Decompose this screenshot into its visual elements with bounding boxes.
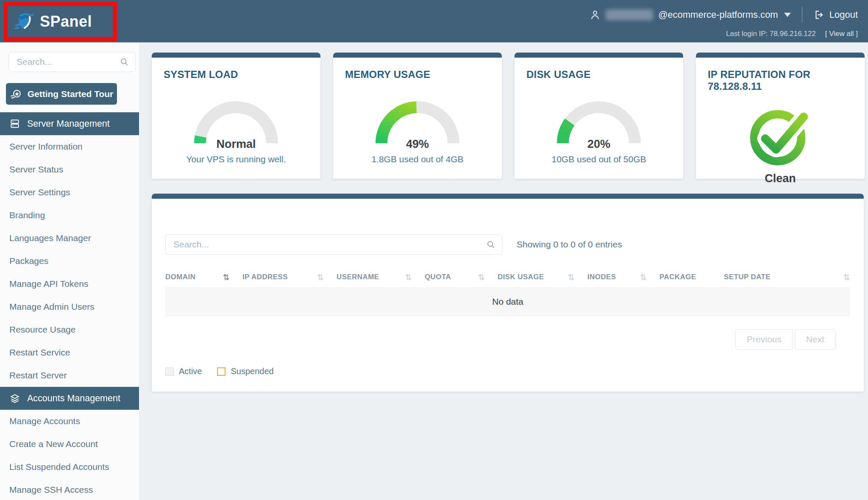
- column-label: DOMAIN: [165, 273, 195, 281]
- pagination: Previous Next: [165, 329, 850, 350]
- legend-active: Active: [165, 367, 202, 376]
- sidebar-item-languages-manager[interactable]: Languages Manager: [0, 227, 144, 250]
- server-icon: [9, 118, 20, 129]
- brand-logo[interactable]: SPanel: [3, 2, 117, 41]
- sort-icon[interactable]: ⇅: [568, 272, 575, 282]
- section-label: Accounts Management: [27, 393, 120, 404]
- column-header-username[interactable]: USERNAME ⇅: [337, 272, 425, 282]
- sidebar-scrollbar-track[interactable]: [139, 42, 144, 500]
- sidebar-item-manage-accounts[interactable]: Manage Accounts: [0, 410, 144, 433]
- ip-reputation-card: IP REPUTATION FOR 78.128.8.11 Clean: [696, 53, 865, 179]
- sidebar-item-server-settings[interactable]: Server Settings: [0, 181, 144, 204]
- system-load-status: Normal: [187, 138, 285, 151]
- legend-label: Suspended: [231, 367, 273, 376]
- item-label: List Suspended Accounts: [9, 462, 109, 472]
- header-divider: [802, 7, 802, 23]
- item-label: Server Settings: [9, 187, 70, 197]
- legend-label: Active: [179, 367, 202, 376]
- sort-icon[interactable]: ⇅: [478, 272, 485, 282]
- column-label: IP ADDRESS: [242, 273, 288, 281]
- table-header-row: DOMAIN ⇅ IP ADDRESS ⇅ USERNAME ⇅ QUOTA ⇅…: [165, 267, 850, 287]
- column-label: USERNAME: [337, 273, 379, 281]
- view-all-link[interactable]: [ View all ]: [825, 30, 858, 38]
- disk-usage-subtitle: 10GB used out of 50GB: [526, 154, 671, 164]
- sidebar-item-manage-admin-users[interactable]: Manage Admin Users: [0, 295, 144, 318]
- tour-button-label: Getting Started Tour: [28, 89, 114, 99]
- legend-suspended: Suspended: [217, 367, 273, 376]
- card-title: SYSTEM LOAD: [164, 69, 309, 81]
- item-label: Manage API Tokens: [9, 279, 88, 289]
- sidebar-section-server-management[interactable]: Server Management: [0, 112, 144, 135]
- column-label: INODES: [587, 273, 616, 281]
- disk-usage-card: DISK USAGE 20% 10GB used out of 50GB: [515, 53, 683, 179]
- search-icon: [120, 57, 129, 67]
- sidebar-item-manage-ssh-access[interactable]: Manage SSH Access: [0, 478, 144, 500]
- sidebar-item-server-status[interactable]: Server Status: [0, 158, 144, 181]
- column-header-setup-date[interactable]: SETUP DATE ⇅: [724, 272, 850, 282]
- card-title: IP REPUTATION FOR 78.128.8.11: [708, 69, 853, 92]
- sort-icon[interactable]: ⇅: [843, 272, 850, 282]
- accounts-table-panel: Showing 0 to 0 of 0 entries DOMAIN ⇅ IP …: [152, 194, 864, 392]
- memory-usage-subtitle: 1.8GB used out of 4GB: [345, 154, 490, 164]
- sidebar-item-manage-api-tokens[interactable]: Manage API Tokens: [0, 272, 144, 295]
- sidebar-item-packages[interactable]: Packages: [0, 250, 144, 272]
- sort-icon[interactable]: ⇅: [640, 272, 647, 282]
- tour-comet-icon: [10, 88, 22, 100]
- sidebar-item-resource-usage[interactable]: Resource Usage: [0, 318, 144, 341]
- item-label: Resource Usage: [9, 325, 75, 335]
- user-icon: [590, 9, 601, 20]
- table-search-input[interactable]: [165, 234, 502, 255]
- logout-button[interactable]: Logout: [813, 9, 858, 20]
- getting-started-tour-button[interactable]: Getting Started Tour: [6, 83, 117, 105]
- item-label: Languages Manager: [9, 233, 91, 243]
- sidebar-item-create-a-new-account[interactable]: Create a New Account: [0, 433, 144, 456]
- system-load-card: SYSTEM LOAD Normal Your VPS is running w…: [152, 53, 320, 179]
- sort-icon[interactable]: ⇅: [223, 272, 230, 282]
- column-header-ip-address[interactable]: IP ADDRESS ⇅: [242, 272, 337, 282]
- brand-name: SPanel: [40, 13, 92, 31]
- column-header-package[interactable]: PACKAGE: [659, 273, 724, 281]
- sidebar-item-branding[interactable]: Branding: [0, 204, 144, 227]
- sidebar: Getting Started Tour Server Management S…: [0, 42, 144, 500]
- sidebar-item-list-suspended-accounts[interactable]: List Suspended Accounts: [0, 456, 144, 478]
- layers-icon: [9, 393, 20, 404]
- user-domain-label: @ecommerce-platforms.com: [658, 9, 778, 20]
- sidebar-item-restart-service[interactable]: Restart Service: [0, 341, 144, 364]
- sidebar-item-server-information[interactable]: Server Information: [0, 135, 144, 158]
- card-top-stripe: [152, 53, 320, 58]
- user-menu[interactable]: @ecommerce-platforms.com: [590, 9, 791, 20]
- sidebar-item-restart-server[interactable]: Restart Server: [0, 364, 144, 387]
- item-label: Server Status: [9, 164, 63, 175]
- sidebar-section-accounts-management[interactable]: Accounts Management: [0, 387, 144, 410]
- item-label: Branding: [9, 210, 45, 220]
- item-label: Manage SSH Access: [9, 485, 93, 495]
- chevron-down-icon: [784, 13, 791, 17]
- section-label: Server Management: [27, 119, 110, 129]
- column-label: SETUP DATE: [724, 273, 771, 281]
- suspended-swatch: [217, 367, 225, 376]
- sidebar-search-input[interactable]: [8, 52, 136, 72]
- card-top-stripe: [515, 53, 683, 58]
- column-header-disk-usage[interactable]: DISK USAGE ⇅: [498, 272, 587, 282]
- card-top-stripe: [333, 53, 502, 58]
- clean-check-icon: [747, 103, 814, 169]
- column-header-quota[interactable]: QUOTA ⇅: [425, 272, 498, 282]
- column-header-domain[interactable]: DOMAIN ⇅: [165, 272, 242, 282]
- previous-page-button[interactable]: Previous: [735, 329, 793, 350]
- sort-icon[interactable]: ⇅: [317, 272, 324, 282]
- item-label: Create a New Account: [9, 439, 98, 449]
- logout-icon: [813, 9, 824, 20]
- item-label: Manage Admin Users: [9, 302, 95, 312]
- column-label: PACKAGE: [659, 273, 696, 281]
- next-page-button[interactable]: Next: [795, 329, 836, 350]
- top-header-bar: SPanel @ecommerce-platforms.com Logout L…: [0, 0, 868, 42]
- memory-usage-gauge: 49%: [369, 96, 466, 149]
- sort-icon[interactable]: ⇅: [405, 272, 412, 282]
- column-header-inodes[interactable]: INODES ⇅: [587, 272, 659, 282]
- disk-usage-gauge: 20%: [550, 96, 648, 149]
- last-login-ip: Last login IP: 78.96.216.122: [726, 30, 816, 38]
- system-load-gauge: Normal: [187, 96, 285, 149]
- system-load-subtitle: Your VPS is running well.: [164, 154, 309, 164]
- metric-cards-row: SYSTEM LOAD Normal Your VPS is running w…: [152, 53, 865, 179]
- active-swatch: [165, 367, 174, 376]
